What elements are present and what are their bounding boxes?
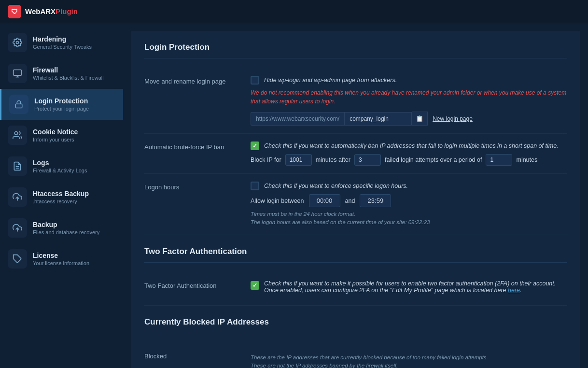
svg-point-5	[14, 132, 18, 135]
logon-hours-label: Logon hours	[144, 182, 251, 191]
blocked-note-line1: These are the IP addresses that are curr…	[251, 354, 488, 360]
allow-login-row: Allow login between and	[251, 194, 567, 207]
login-protection-title: Login Protection	[144, 42, 567, 58]
move-rename-checkbox[interactable]	[251, 76, 259, 85]
sidebar-item-license[interactable]: License Your license information	[0, 243, 123, 274]
sidebar-cookie-title: Cookie Notice	[33, 128, 78, 136]
content-inner: Login Protection Move and rename login p…	[131, 31, 580, 368]
sidebar-license-title: License	[33, 252, 89, 259]
time-note-line1: Times must be in the 24 hour clock forma…	[251, 211, 355, 217]
users-icon	[8, 126, 27, 145]
two-factor-check-label: Check this if you want to make it possib…	[264, 280, 556, 287]
url-row: https://www.webarxsecurity.com/ 📋 New lo…	[251, 112, 567, 126]
new-login-page-button[interactable]: New login page	[433, 115, 473, 122]
minutes-label2: minutes	[516, 156, 537, 163]
content-area: Login Protection Move and rename login p…	[123, 23, 588, 368]
allow-label: Allow login between	[251, 198, 304, 204]
sidebar-item-hardening[interactable]: Hardening General Security Tweaks	[0, 27, 123, 58]
svg-rect-4	[15, 104, 22, 108]
logon-hours-checkbox[interactable]	[251, 182, 259, 190]
two-factor-checkbox[interactable]	[251, 281, 259, 290]
blocked-row: Blocked These are the IP addresses that …	[144, 343, 567, 368]
sidebar-logs-title: Logs	[33, 159, 87, 167]
firewall-icon	[8, 64, 27, 83]
url-prefix: https://www.webarxsecurity.com/	[251, 112, 344, 126]
brute-force-content: Check this if you want to automatically …	[251, 142, 567, 166]
blocked-ip-title: Currently Blocked IP Addresses	[144, 317, 567, 333]
sidebar-firewall-subtitle: Whitelist & Blacklist & Firewall	[33, 75, 104, 81]
brute-force-checkbox[interactable]	[251, 142, 259, 150]
period-input[interactable]	[486, 154, 512, 166]
brand-name: WebARX	[25, 7, 56, 15]
main-layout: Hardening General Security Tweaks Firewa…	[0, 23, 588, 368]
two-factor-here-link[interactable]: here	[508, 287, 520, 294]
move-rename-check-label: Hide wp-login and wp-admin page from att…	[264, 77, 397, 84]
failed-label: failed login attempts over a period of	[385, 156, 482, 163]
logs-icon	[8, 156, 27, 176]
url-copy-button[interactable]: 📋	[412, 112, 428, 126]
blocked-content: These are the IP addresses that are curr…	[251, 351, 567, 368]
brute-force-check-label: Check this if you want to automatically …	[264, 142, 559, 149]
top-header: 🛡 WebARX Plugin	[0, 0, 588, 23]
two-factor-description: Once enabled, users can configure 2FA on…	[264, 287, 506, 294]
logon-hours-note: Times must be in the 24 hour clock forma…	[251, 210, 567, 227]
two-factor-link-end: .	[520, 287, 521, 294]
two-factor-row: Two Factor Authentication Check this if …	[144, 272, 567, 306]
and-label: and	[345, 198, 355, 204]
sidebar-item-logs[interactable]: Logs Firewall & Activity Logs	[0, 151, 123, 182]
sidebar-hardening-title: Hardening	[33, 35, 92, 43]
brand-plugin: Plugin	[56, 7, 78, 15]
time-note-line2: The logon hours are also based on the cu…	[251, 219, 430, 225]
move-rename-label: Move and rename login page	[144, 76, 251, 85]
two-factor-title: Two Factor Authentication	[144, 247, 567, 263]
svg-point-0	[16, 42, 19, 44]
logon-hours-content: Check this if you want to enforce specif…	[251, 182, 567, 227]
move-rename-warning: We do not recommend enabling this when y…	[251, 88, 567, 106]
brute-force-label: Automatic brute-force IP ban	[144, 142, 251, 151]
block-ip-minutes-input[interactable]	[285, 154, 312, 166]
sidebar-item-login-protection[interactable]: Login Protection Protect your login page	[0, 89, 123, 120]
logon-hours-check-label: Check this if you want to enforce specif…	[264, 183, 408, 189]
url-input[interactable]	[344, 112, 412, 126]
svg-rect-1	[14, 70, 22, 76]
blocked-note-line2: These are not the IP addresses banned by…	[251, 363, 398, 368]
blocked-label: Blocked	[144, 351, 251, 360]
sidebar-logs-subtitle: Firewall & Activity Logs	[33, 168, 87, 173]
sidebar-htaccess-subtitle: .htaccess recovery	[33, 198, 89, 204]
sidebar-item-backup[interactable]: Backup Files and database recovery	[0, 212, 123, 243]
block-ip-text: Block IP for	[251, 156, 281, 163]
backup-icon	[8, 218, 27, 238]
two-factor-content: Check this if you want to make it possib…	[251, 280, 567, 297]
sidebar-backup-subtitle: Files and database recovery	[33, 229, 99, 235]
sidebar-item-cookie-notice[interactable]: Cookie Notice Inform your users	[0, 120, 123, 151]
sidebar: Hardening General Security Tweaks Firewa…	[0, 23, 123, 368]
logon-hours-row: Logon hours Check this if you want to en…	[144, 174, 567, 235]
time-end-input[interactable]	[360, 194, 391, 207]
time-start-input[interactable]	[309, 194, 340, 207]
sidebar-hardening-subtitle: General Security Tweaks	[33, 44, 92, 50]
sidebar-htaccess-title: Htaccess Backup	[33, 190, 89, 198]
cloud-upload-icon	[8, 187, 27, 207]
block-ip-row: Block IP for minutes after failed login …	[251, 154, 567, 166]
sidebar-backup-title: Backup	[33, 221, 99, 228]
brute-force-row: Automatic brute-force IP ban Check this …	[144, 134, 567, 174]
sidebar-login-title: Login Protection	[34, 97, 89, 105]
gear-icon	[8, 33, 27, 52]
license-icon	[8, 249, 27, 269]
sidebar-license-subtitle: Your license information	[33, 260, 89, 266]
sidebar-item-htaccess[interactable]: Htaccess Backup .htaccess recovery	[0, 182, 123, 212]
sidebar-cookie-subtitle: Inform your users	[33, 137, 78, 142]
sidebar-item-firewall[interactable]: Firewall Whitelist & Blacklist & Firewal…	[0, 58, 123, 89]
two-factor-label: Two Factor Authentication	[144, 280, 251, 289]
lock-icon	[9, 95, 28, 114]
brand-logo-icon: 🛡	[8, 5, 21, 18]
failed-attempts-input[interactable]	[354, 154, 381, 166]
move-rename-content: Hide wp-login and wp-admin page from att…	[251, 76, 567, 126]
move-rename-row: Move and rename login page Hide wp-login…	[144, 68, 567, 134]
sidebar-login-subtitle: Protect your login page	[34, 106, 89, 112]
sidebar-firewall-title: Firewall	[33, 66, 104, 74]
minutes-label1: minutes after	[316, 156, 350, 163]
